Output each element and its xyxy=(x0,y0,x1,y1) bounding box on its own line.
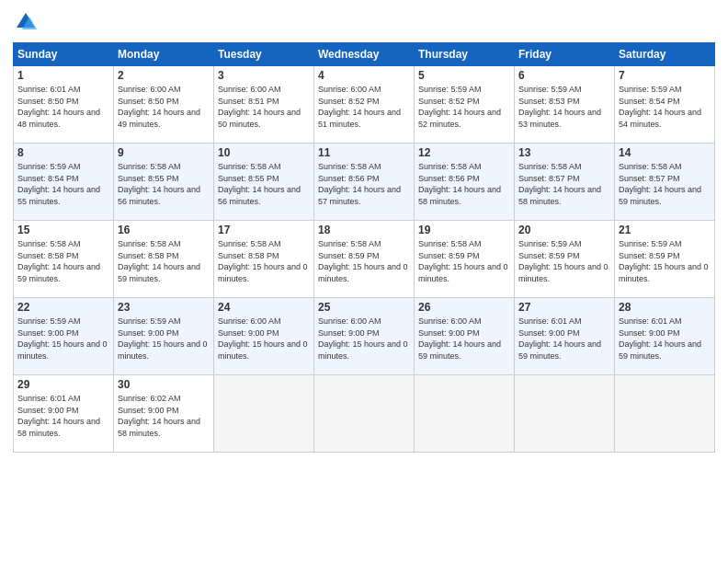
day-info: Sunrise: 5:58 AMSunset: 8:55 PMDaylight:… xyxy=(218,161,310,207)
col-header-thursday: Thursday xyxy=(415,43,515,66)
day-number: 3 xyxy=(218,69,310,82)
day-info: Sunrise: 5:59 AMSunset: 8:59 PMDaylight:… xyxy=(518,238,610,284)
day-number: 4 xyxy=(318,69,410,82)
day-info: Sunrise: 5:59 AMSunset: 8:54 PMDaylight:… xyxy=(17,161,109,207)
calendar-cell: 9Sunrise: 5:58 AMSunset: 8:55 PMDaylight… xyxy=(114,144,214,221)
calendar-cell: 3Sunrise: 6:00 AMSunset: 8:51 PMDaylight… xyxy=(214,66,314,144)
day-info: Sunrise: 6:00 AMSunset: 8:50 PMDaylight:… xyxy=(118,84,210,130)
day-info: Sunrise: 6:00 AMSunset: 9:00 PMDaylight:… xyxy=(418,316,510,362)
day-info: Sunrise: 5:59 AMSunset: 8:59 PMDaylight:… xyxy=(619,238,711,284)
day-info: Sunrise: 5:59 AMSunset: 8:52 PMDaylight:… xyxy=(418,84,510,130)
header-row: SundayMondayTuesdayWednesdayThursdayFrid… xyxy=(14,43,715,66)
calendar-cell: 15Sunrise: 5:58 AMSunset: 8:58 PMDayligh… xyxy=(14,221,114,298)
day-number: 30 xyxy=(118,378,210,391)
day-number: 6 xyxy=(518,69,610,82)
calendar-cell: 21Sunrise: 5:59 AMSunset: 8:59 PMDayligh… xyxy=(615,221,715,298)
day-number: 19 xyxy=(418,224,510,236)
calendar-cell: 12Sunrise: 5:58 AMSunset: 8:56 PMDayligh… xyxy=(415,144,515,221)
day-info: Sunrise: 6:00 AMSunset: 8:51 PMDaylight:… xyxy=(218,84,310,130)
day-number: 28 xyxy=(619,301,711,314)
calendar-cell: 20Sunrise: 5:59 AMSunset: 8:59 PMDayligh… xyxy=(515,221,615,298)
page: SundayMondayTuesdayWednesdayThursdayFrid… xyxy=(0,0,728,563)
header xyxy=(13,9,715,35)
calendar-cell: 2Sunrise: 6:00 AMSunset: 8:50 PMDaylight… xyxy=(114,66,214,144)
day-number: 10 xyxy=(218,146,310,159)
week-row-1: 1Sunrise: 6:01 AMSunset: 8:50 PMDaylight… xyxy=(14,66,715,144)
calendar-cell xyxy=(214,375,314,453)
day-info: Sunrise: 5:58 AMSunset: 8:55 PMDaylight:… xyxy=(118,161,210,207)
calendar-cell xyxy=(615,375,715,453)
day-number: 8 xyxy=(17,146,109,159)
day-number: 11 xyxy=(318,146,410,159)
day-info: Sunrise: 5:59 AMSunset: 8:53 PMDaylight:… xyxy=(518,84,610,130)
calendar: SundayMondayTuesdayWednesdayThursdayFrid… xyxy=(13,42,715,453)
day-number: 23 xyxy=(118,301,210,314)
col-header-sunday: Sunday xyxy=(14,43,114,66)
calendar-cell: 13Sunrise: 5:58 AMSunset: 8:57 PMDayligh… xyxy=(515,144,615,221)
calendar-cell: 29Sunrise: 6:01 AMSunset: 9:00 PMDayligh… xyxy=(14,375,114,453)
day-info: Sunrise: 5:59 AMSunset: 9:00 PMDaylight:… xyxy=(17,316,109,362)
calendar-cell: 7Sunrise: 5:59 AMSunset: 8:54 PMDaylight… xyxy=(615,66,715,144)
day-number: 24 xyxy=(218,301,310,314)
col-header-tuesday: Tuesday xyxy=(214,43,314,66)
calendar-cell: 16Sunrise: 5:58 AMSunset: 8:58 PMDayligh… xyxy=(114,221,214,298)
col-header-wednesday: Wednesday xyxy=(314,43,415,66)
day-info: Sunrise: 5:59 AMSunset: 9:00 PMDaylight:… xyxy=(118,316,210,362)
day-info: Sunrise: 5:58 AMSunset: 8:56 PMDaylight:… xyxy=(318,161,410,207)
calendar-cell: 5Sunrise: 5:59 AMSunset: 8:52 PMDaylight… xyxy=(415,66,515,144)
calendar-cell: 27Sunrise: 6:01 AMSunset: 9:00 PMDayligh… xyxy=(515,298,615,375)
calendar-cell xyxy=(415,375,515,453)
day-number: 16 xyxy=(118,224,210,236)
day-info: Sunrise: 6:01 AMSunset: 8:50 PMDaylight:… xyxy=(17,84,109,130)
day-number: 15 xyxy=(17,224,109,236)
day-info: Sunrise: 5:58 AMSunset: 8:57 PMDaylight:… xyxy=(518,161,610,207)
day-number: 18 xyxy=(318,224,410,236)
col-header-saturday: Saturday xyxy=(615,43,715,66)
calendar-cell: 30Sunrise: 6:02 AMSunset: 9:00 PMDayligh… xyxy=(114,375,214,453)
day-number: 26 xyxy=(418,301,510,314)
day-number: 17 xyxy=(218,224,310,236)
calendar-cell: 28Sunrise: 6:01 AMSunset: 9:00 PMDayligh… xyxy=(615,298,715,375)
day-info: Sunrise: 6:01 AMSunset: 9:00 PMDaylight:… xyxy=(17,393,109,439)
day-info: Sunrise: 6:01 AMSunset: 9:00 PMDaylight:… xyxy=(518,316,610,362)
calendar-cell: 19Sunrise: 5:58 AMSunset: 8:59 PMDayligh… xyxy=(415,221,515,298)
day-info: Sunrise: 6:01 AMSunset: 9:00 PMDaylight:… xyxy=(619,316,711,362)
calendar-cell: 10Sunrise: 5:58 AMSunset: 8:55 PMDayligh… xyxy=(214,144,314,221)
calendar-cell: 25Sunrise: 6:00 AMSunset: 9:00 PMDayligh… xyxy=(314,298,415,375)
calendar-cell: 8Sunrise: 5:59 AMSunset: 8:54 PMDaylight… xyxy=(14,144,114,221)
calendar-cell: 24Sunrise: 6:00 AMSunset: 9:00 PMDayligh… xyxy=(214,298,314,375)
calendar-cell xyxy=(314,375,415,453)
day-info: Sunrise: 5:58 AMSunset: 8:58 PMDaylight:… xyxy=(118,238,210,284)
calendar-cell: 17Sunrise: 5:58 AMSunset: 8:58 PMDayligh… xyxy=(214,221,314,298)
day-number: 21 xyxy=(619,224,711,236)
calendar-cell: 6Sunrise: 5:59 AMSunset: 8:53 PMDaylight… xyxy=(515,66,615,144)
day-number: 27 xyxy=(518,301,610,314)
day-number: 22 xyxy=(17,301,109,314)
day-info: Sunrise: 5:59 AMSunset: 8:54 PMDaylight:… xyxy=(619,84,711,130)
calendar-cell: 26Sunrise: 6:00 AMSunset: 9:00 PMDayligh… xyxy=(415,298,515,375)
day-info: Sunrise: 5:58 AMSunset: 8:57 PMDaylight:… xyxy=(619,161,711,207)
day-info: Sunrise: 5:58 AMSunset: 8:59 PMDaylight:… xyxy=(318,238,410,284)
day-number: 1 xyxy=(17,69,109,82)
week-row-5: 29Sunrise: 6:01 AMSunset: 9:00 PMDayligh… xyxy=(14,375,715,453)
day-number: 25 xyxy=(318,301,410,314)
day-info: Sunrise: 5:58 AMSunset: 8:58 PMDaylight:… xyxy=(17,238,109,284)
day-number: 12 xyxy=(418,146,510,159)
day-number: 13 xyxy=(518,146,610,159)
day-info: Sunrise: 5:58 AMSunset: 8:59 PMDaylight:… xyxy=(418,238,510,284)
calendar-cell: 18Sunrise: 5:58 AMSunset: 8:59 PMDayligh… xyxy=(314,221,415,298)
calendar-cell xyxy=(515,375,615,453)
col-header-monday: Monday xyxy=(114,43,214,66)
day-number: 2 xyxy=(118,69,210,82)
calendar-cell: 1Sunrise: 6:01 AMSunset: 8:50 PMDaylight… xyxy=(14,66,114,144)
day-info: Sunrise: 5:58 AMSunset: 8:58 PMDaylight:… xyxy=(218,238,310,284)
week-row-2: 8Sunrise: 5:59 AMSunset: 8:54 PMDaylight… xyxy=(14,144,715,221)
day-info: Sunrise: 6:02 AMSunset: 9:00 PMDaylight:… xyxy=(118,393,210,439)
calendar-cell: 14Sunrise: 5:58 AMSunset: 8:57 PMDayligh… xyxy=(615,144,715,221)
logo xyxy=(13,9,42,35)
calendar-cell: 4Sunrise: 6:00 AMSunset: 8:52 PMDaylight… xyxy=(314,66,415,144)
week-row-3: 15Sunrise: 5:58 AMSunset: 8:58 PMDayligh… xyxy=(14,221,715,298)
day-info: Sunrise: 6:00 AMSunset: 9:00 PMDaylight:… xyxy=(318,316,410,362)
day-number: 7 xyxy=(619,69,711,82)
col-header-friday: Friday xyxy=(515,43,615,66)
